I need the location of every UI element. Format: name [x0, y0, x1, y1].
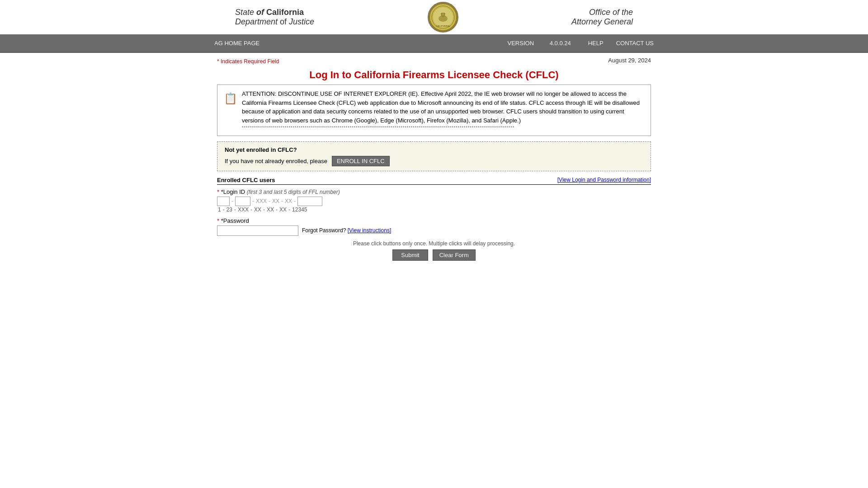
sep-3: -: [269, 198, 270, 204]
password-field-group: * *Password Forgot Password? [View instr…: [217, 217, 651, 236]
alert-content: ATTENTION: DISCONTINUE USE OF INTERNET E…: [242, 89, 644, 131]
site-header: State of California Department of Justic…: [0, 0, 868, 53]
svg-point-5: [441, 13, 443, 14]
svg-point-6: [443, 13, 445, 14]
enroll-prompt: If you have not already enrolled, please: [225, 158, 327, 164]
hint-1: 1: [218, 206, 221, 213]
svg-text:CALIFORNIA: CALIFORNIA: [436, 25, 450, 27]
page-title: Log In to California Firearms Licensee C…: [217, 69, 651, 81]
help-link[interactable]: HELP: [582, 37, 610, 49]
submit-note: Please click buttons only once. Multiple…: [217, 240, 651, 247]
enroll-button[interactable]: ENROLL IN CFLC: [332, 156, 390, 166]
login-section: Not yet enrolled in CFLC? If you have no…: [217, 141, 651, 261]
forgot-password: Forgot Password? [View instructions]: [302, 227, 391, 234]
hint-xx1: XX: [254, 206, 261, 213]
required-star-password: *: [217, 217, 219, 224]
main-content: * Indicates Required Field August 29, 20…: [208, 56, 660, 261]
sep-2: -: [252, 198, 254, 204]
ffl-xxx-1: XXX: [256, 198, 267, 204]
sep-4: -: [281, 198, 283, 204]
header-left: State of California Department of Justic…: [235, 8, 314, 27]
alert-box: 📋 ATTENTION: DISCONTINUE USE OF INTERNET…: [217, 84, 651, 136]
password-label: * *Password: [217, 217, 651, 224]
hint-sep1: -: [223, 206, 225, 213]
login-id-label: * *Login ID (first 3 and last 5 digits o…: [217, 188, 651, 195]
hint-xx3: XX: [279, 206, 287, 213]
view-instructions-link[interactable]: [View instructions]: [348, 227, 392, 234]
hint-sep6: -: [288, 206, 290, 213]
hint-last: 12345: [292, 206, 307, 213]
attorney-general-title: Attorney General: [571, 17, 633, 27]
enroll-box: Not yet enrolled in CFLC? If you have no…: [217, 141, 651, 171]
navigation-bar: AG HOME PAGE VERSION 4.0.0.24 HELP CONTA…: [208, 34, 660, 52]
submit-button[interactable]: Submit: [392, 249, 428, 261]
ffl-xx-1: XX: [272, 198, 279, 204]
ffl-input-2[interactable]: [235, 197, 250, 206]
login-id-inputs: - - XXX - XX - XX -: [217, 197, 651, 206]
enrolled-title: Enrolled CFLC users: [217, 177, 275, 183]
hint-xx2: XX: [267, 206, 274, 213]
ffl-input-1[interactable]: [217, 197, 230, 206]
alert-text: ATTENTION: DISCONTINUE USE OF INTERNET E…: [242, 89, 644, 125]
ffl-input-last[interactable]: [297, 197, 322, 206]
hint-xxx: XXX: [238, 206, 249, 213]
hint-sep3: -: [250, 206, 252, 213]
current-date: August 29, 2024: [608, 57, 651, 64]
version-label: VERSION 4.0.0.24: [497, 34, 582, 52]
header-right: Office of the Attorney General: [571, 8, 633, 27]
required-star-login: *: [217, 188, 219, 195]
alert-icon: 📋: [224, 90, 237, 131]
hint-sep4: -: [263, 206, 265, 213]
clear-form-button[interactable]: Clear Form: [433, 249, 476, 261]
hint-sep2: -: [234, 206, 236, 213]
ffl-hint-row: 1 - 23 - XXX - XX - XX - XX - 12345: [217, 206, 651, 213]
sep-1: -: [231, 198, 233, 204]
enroll-question: Not yet enrolled in CFLC?: [225, 146, 643, 153]
contact-us-link[interactable]: CONTACT US: [610, 37, 660, 49]
hint-23: 23: [226, 206, 232, 213]
department-name: Department of Justice: [235, 17, 314, 27]
stars-divider: ****************************************…: [242, 125, 644, 131]
login-id-hint: (first 3 and last 5 digits of FFL number…: [247, 189, 340, 195]
enrolled-section: Enrolled CFLC users [View Login and Pass…: [217, 177, 651, 261]
ag-home-link[interactable]: AG HOME PAGE: [208, 37, 266, 49]
login-id-field-group: * *Login ID (first 3 and last 5 digits o…: [217, 188, 651, 213]
hint-sep5: -: [276, 206, 278, 213]
sep-5: -: [294, 198, 296, 204]
submit-row: Submit Clear Form: [217, 249, 651, 261]
state-name: State of California: [235, 8, 304, 17]
office-name: Office of the: [589, 8, 633, 17]
view-login-info-link[interactable]: [View Login and Password information]: [557, 177, 651, 183]
password-input[interactable]: [217, 225, 298, 236]
california-seal: CALIFORNIA: [428, 2, 458, 33]
ffl-xx-2: XX: [285, 198, 292, 204]
required-field-note: * Indicates Required Field: [217, 58, 279, 65]
